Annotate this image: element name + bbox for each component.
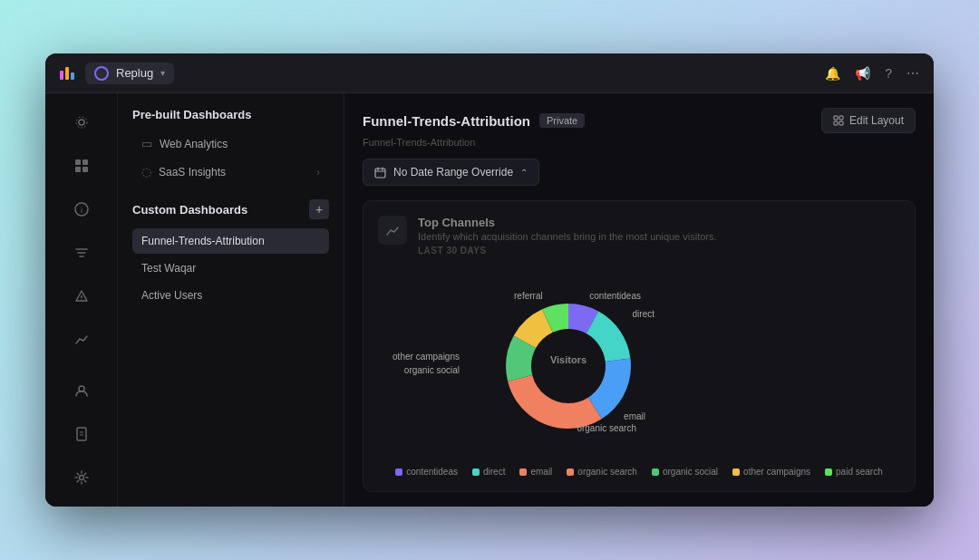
legend-label-other-campaigns: other campaigns — [743, 467, 810, 477]
titlebar-actions: 🔔 📢 ? ⋯ — [825, 66, 919, 81]
svg-rect-2 — [75, 159, 81, 165]
svg-rect-19 — [375, 169, 385, 178]
chevron-right-icon: › — [316, 167, 320, 178]
legend-dot-organic-social — [652, 468, 659, 476]
legend-label-email: email — [530, 467, 552, 477]
svg-rect-3 — [82, 159, 88, 165]
legend-organic-search: organic search — [567, 467, 637, 477]
nav-item-label: SaaS Insights — [159, 166, 226, 179]
legend-label-paid-search: paid search — [836, 467, 883, 477]
legend-contentideas: contentideas — [395, 467, 458, 477]
help-icon[interactable]: ? — [885, 66, 892, 81]
top-channels-card: Top Channels Identify which acquisition … — [363, 200, 916, 492]
nav-item-label: Test Waqar — [141, 262, 196, 275]
card-description: Identify which acquisition channels brin… — [418, 231, 717, 242]
nav-item-label: Active Users — [141, 289, 202, 302]
legend-direct: direct — [472, 467, 505, 477]
edit-layout-button[interactable]: Edit Layout — [821, 108, 916, 133]
svg-text:Visitors: Visitors — [550, 354, 586, 365]
page-header: Funnel-Trends-Attribution Private Edit L… — [363, 108, 916, 133]
legend-email: email — [519, 467, 552, 477]
legend-label-organic-social: organic social — [663, 467, 718, 477]
card-info: Top Channels Identify which acquisition … — [418, 216, 717, 256]
brand-icon — [94, 66, 109, 81]
nav-item-label: Funnel-Trends-Attribution — [141, 235, 265, 247]
legend-dot-other-campaigns — [732, 468, 740, 476]
right-panel: Funnel-Trends-Attribution Private Edit L… — [344, 93, 934, 507]
more-icon[interactable]: ⋯ — [906, 66, 919, 81]
svg-rect-11 — [77, 428, 86, 440]
notifications-icon[interactable]: 🔔 — [825, 66, 840, 81]
titlebar: Replug ▾ 🔔 📢 ? ⋯ — [45, 53, 934, 93]
nav-item-label: Web Analytics — [160, 138, 228, 150]
card-period: LAST 30 DAYS — [418, 246, 717, 256]
logo-icon — [60, 67, 74, 80]
label-email-float: email — [624, 411, 645, 421]
toolbar-row: No Date Range Override ⌃ — [363, 159, 916, 186]
nav-item-active-users[interactable]: Active Users — [132, 283, 329, 308]
date-range-chevron-icon: ⌃ — [520, 168, 528, 178]
chart-area: other campaigns organic social — [378, 263, 900, 477]
web-analytics-icon: ▭ — [141, 137, 152, 150]
sidebar-icon-grid[interactable] — [63, 148, 100, 184]
custom-section-title: Custom Dashboards — [132, 203, 247, 217]
label-organic-search-float: organic search — [577, 423, 636, 433]
page-subtitle: Funnel-Trends-Attribution — [363, 137, 916, 148]
svg-rect-4 — [75, 167, 81, 172]
label-contentideas-float: contentideas — [589, 291, 641, 301]
nav-item-funnel[interactable]: Funnel-Trends-Attribution — [132, 228, 329, 254]
legend-label-direct: direct — [483, 467, 505, 477]
add-dashboard-button[interactable]: + — [309, 199, 329, 219]
broadcast-icon[interactable]: 📢 — [855, 66, 870, 81]
svg-point-30 — [536, 333, 601, 399]
nav-item-saas-insights[interactable]: ◌ SaaS Insights › — [132, 159, 329, 185]
nav-item-web-analytics[interactable]: ▭ Web Analytics — [132, 130, 329, 157]
main-window: Replug ▾ 🔔 📢 ? ⋯ i — [45, 53, 934, 507]
app-logo — [60, 67, 74, 80]
svg-point-10 — [79, 386, 84, 391]
legend-dot-contentideas — [395, 468, 402, 476]
sidebar-icon-info[interactable]: i — [63, 191, 100, 227]
edit-layout-label: Edit Layout — [849, 114, 904, 127]
card-title: Top Channels — [418, 216, 717, 229]
nav-item-test-waqar[interactable]: Test Waqar — [132, 256, 329, 281]
legend-organic-social: organic social — [652, 467, 718, 477]
svg-rect-5 — [82, 167, 88, 172]
label-direct-float: direct — [633, 309, 654, 319]
legend-dot-paid-search — [825, 468, 832, 476]
legend-other-campaigns: other campaigns — [732, 467, 810, 477]
private-badge: Private — [539, 113, 585, 128]
svg-point-14 — [79, 476, 83, 480]
edit-layout-icon — [833, 115, 844, 126]
sidebar-icon-document[interactable] — [63, 416, 100, 452]
card-header: Top Channels Identify which acquisition … — [378, 216, 900, 256]
svg-rect-15 — [834, 116, 838, 120]
date-range-button[interactable]: No Date Range Override ⌃ — [363, 159, 539, 186]
page-title: Funnel-Trends-Attribution — [363, 113, 530, 129]
legend-label-organic-search: organic search — [577, 467, 637, 477]
sidebar-icon-settings[interactable] — [63, 104, 100, 140]
sidebar-icon-gear[interactable] — [63, 459, 100, 496]
sidebar-icon-chart[interactable] — [63, 322, 100, 358]
brand-selector[interactable]: Replug ▾ — [85, 63, 174, 84]
legend-label-contentideas: contentideas — [406, 467, 458, 477]
svg-rect-17 — [834, 121, 838, 125]
chart-legend: contentideas direct email organic s — [395, 467, 882, 477]
date-range-label: No Date Range Override — [393, 166, 513, 179]
chart-line-icon — [385, 223, 400, 237]
brand-name: Replug — [116, 66, 153, 80]
prebuilt-section-title: Pre-built Dashboards — [132, 108, 329, 121]
left-panel: Pre-built Dashboards ▭ Web Analytics ◌ S… — [118, 93, 344, 507]
svg-text:i: i — [81, 206, 82, 215]
sidebar-icon-alert[interactable] — [63, 278, 100, 314]
legend-dot-direct — [472, 468, 480, 476]
svg-point-0 — [79, 120, 84, 125]
label-other-campaigns: other campaigns — [393, 352, 460, 362]
svg-rect-18 — [839, 121, 843, 125]
svg-point-9 — [81, 299, 82, 300]
sidebar-icon-filter[interactable] — [63, 235, 100, 271]
legend-dot-email — [519, 468, 527, 476]
svg-point-1 — [76, 117, 87, 128]
sidebar-icon-user[interactable] — [63, 372, 100, 409]
saas-insights-icon: ◌ — [141, 165, 151, 179]
